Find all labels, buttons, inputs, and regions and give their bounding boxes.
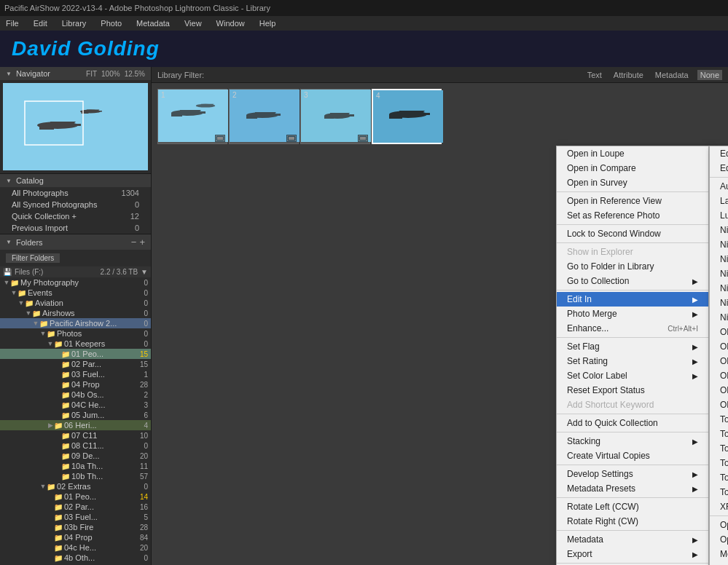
sub-luminar[interactable]: Luminar 4: [710, 208, 728, 223]
ctx-set-reference[interactable]: Set as Reference Photo: [557, 208, 708, 223]
tree-item-04prop[interactable]: 📁 04 Prop 28: [0, 379, 151, 390]
tree-item-04bos[interactable]: 📁 04b Os... 2: [0, 390, 151, 400]
ctx-enhance[interactable]: Enhance...Ctrl+Alt+I: [557, 321, 708, 336]
ctx-edit-in[interactable]: Edit In▶: [557, 292, 708, 307]
tree-item-myphotography[interactable]: ▼ 📁 My Photography 0: [0, 277, 151, 288]
tree-item-photos[interactable]: ▼ 📁 Photos 0: [0, 328, 151, 339]
tree-item-4both[interactable]: 📁 4b Oth... 0: [0, 553, 151, 563]
tree-item-07c11[interactable]: 📁 07 C11 10: [0, 430, 151, 440]
tree-item-08c11[interactable]: 📁 08 C11... 0: [0, 440, 151, 451]
filter-folders-btn[interactable]: Filter Folders: [0, 250, 151, 266]
menu-edit[interactable]: Edit: [31, 17, 50, 29]
catalog-header[interactable]: ▼ Catalog: [0, 174, 151, 187]
menu-view[interactable]: View: [181, 17, 205, 29]
sub-xrite[interactable]: XRite: [710, 499, 728, 514]
sub-nik-silver[interactable]: Nik 7 Silver Efex: [710, 296, 728, 310]
tree-item-04che2[interactable]: 📁 04c He... 20: [0, 542, 151, 553]
tree-item-extras-02par[interactable]: 📁 02 Par... 16: [0, 502, 151, 512]
tree-item-extras-04prop[interactable]: 📁 04 Prop 84: [0, 532, 151, 542]
tree-item-05jum[interactable]: 📁 05 Jum... 6: [0, 410, 151, 420]
sub-topaz-photo[interactable]: Topaz Photo AI: [710, 470, 728, 485]
folders-minus[interactable]: −: [131, 237, 137, 248]
ctx-set-color[interactable]: Set Color Label▶: [557, 368, 708, 383]
sub-nik-viveza[interactable]: Nik 7 Viveza: [710, 310, 728, 325]
menu-metadata[interactable]: Metadata: [133, 17, 173, 29]
ctx-rotate-left[interactable]: Rotate Left (CCW): [557, 499, 708, 514]
sub-landscape[interactable]: LandscapePro: [710, 194, 728, 208]
ctx-open-survey[interactable]: Open in Survey: [557, 175, 708, 190]
sub-panorama[interactable]: Merge to Panorama in Photoshop...: [710, 547, 728, 561]
ctx-set-flag[interactable]: Set Flag▶: [557, 339, 708, 354]
ctx-develop-settings[interactable]: Develop Settings▶: [557, 467, 708, 481]
sub-nik-presharp[interactable]: Nik 7 Presharpener: [710, 266, 728, 281]
tree-item-10bth[interactable]: 📁 10b Th... 57: [0, 471, 151, 481]
menu-library[interactable]: Library: [59, 17, 90, 29]
catalog-all-photos[interactable]: All Photographs 1304: [0, 187, 151, 199]
sub-nik-dfine[interactable]: Nik 7 Dfine: [710, 252, 728, 266]
ctx-metadata[interactable]: Metadata▶: [557, 532, 708, 547]
ctx-export[interactable]: Export▶: [557, 547, 708, 561]
filter-attribute[interactable]: Attribute: [611, 70, 646, 80]
ctx-go-folder[interactable]: Go to Folder in Library: [557, 259, 708, 274]
filter-btn-label[interactable]: Filter Folders: [6, 253, 60, 263]
sub-on1-resize[interactable]: ON1 Resize AI 2024: [710, 383, 728, 398]
tree-item-01keepers[interactable]: ▼ 📁 01 Keepers 0: [0, 339, 151, 349]
ctx-virtual-copies[interactable]: Create Virtual Copies: [557, 449, 708, 463]
ctx-open-reference[interactable]: Open in Reference View: [557, 194, 708, 208]
tree-item-03fuel[interactable]: 📁 03 Fuel... 1: [0, 369, 151, 379]
ctx-metadata-presets[interactable]: Metadata Presets▶: [557, 481, 708, 496]
tree-item-04che[interactable]: 📁 04C He... 3: [0, 400, 151, 410]
sub-on1-portrait[interactable]: ON1 Portrait AI 2024: [710, 368, 728, 383]
sub-on1-sky[interactable]: ON1 Sky Swap AI 2024: [710, 398, 728, 412]
filter-none[interactable]: None: [697, 70, 722, 80]
tree-item-09de[interactable]: 📁 09 De... 20: [0, 451, 151, 461]
sub-topaz-sharpen[interactable]: Topaz Sharpen AI: [710, 485, 728, 499]
sub-topaz-mask[interactable]: TopazMaskAI: [710, 456, 728, 470]
menu-help[interactable]: Help: [257, 17, 279, 29]
filter-text[interactable]: Text: [584, 70, 605, 80]
tree-item-03bfire[interactable]: 📁 03b Fire 28: [0, 522, 151, 532]
nav-zoom[interactable]: 12.5%: [125, 70, 145, 78]
folders-header[interactable]: ▼ Folders − +: [0, 234, 151, 250]
tree-item-pacific-airshow[interactable]: ▼ 📁 Pacific Airshow 2... 0: [0, 318, 151, 328]
menu-window[interactable]: Window: [214, 17, 248, 29]
ctx-set-rating[interactable]: Set Rating▶: [557, 354, 708, 368]
sub-aurora[interactable]: Aurora HDR: [710, 179, 728, 194]
thumbnail-3[interactable]: 3: [300, 89, 370, 144]
catalog-synced[interactable]: All Synced Photographs 0: [0, 199, 151, 210]
menu-file[interactable]: File: [3, 17, 22, 29]
ctx-open-compare[interactable]: Open in Compare: [557, 161, 708, 175]
ctx-lock-second[interactable]: Lock to Second Window: [557, 226, 708, 241]
ctx-open-loupe[interactable]: Open in Loupe: [557, 146, 708, 161]
nav-fit[interactable]: FIT: [86, 70, 97, 78]
navigator-header[interactable]: ▼ Navigator FIT 100% 12.5%: [0, 67, 151, 80]
ctx-stacking[interactable]: Stacking▶: [557, 434, 708, 449]
tree-item-02par[interactable]: 📁 02 Par... 15: [0, 359, 151, 369]
ctx-go-collection[interactable]: Go to Collection▶: [557, 274, 708, 288]
sub-smart-layers[interactable]: Open as Smart Object Layers in Photoshop…: [710, 532, 728, 547]
thumbnail-1[interactable]: 1: [157, 89, 227, 144]
sub-hdr-pro[interactable]: Merge to HDR Pro in Photoshop...: [710, 561, 728, 565]
thumbnail-4[interactable]: 4: [372, 89, 442, 144]
ctx-photo-merge[interactable]: Photo Merge▶: [557, 307, 708, 321]
ctx-rotate-right[interactable]: Rotate Right (CW): [557, 514, 708, 529]
tree-item-extras-01peo[interactable]: 📁 01 Peo... 14: [0, 491, 151, 502]
filter-metadata[interactable]: Metadata: [652, 70, 692, 80]
sub-nik-analog[interactable]: Nik 7 Analog Efex: [710, 223, 728, 237]
tree-item-aviation[interactable]: ▼ 📁 Aviation 0: [0, 298, 151, 308]
ctx-reset-export[interactable]: Reset Export Status: [557, 383, 708, 398]
tree-item-airshows[interactable]: ▼ 📁 Airshows 0: [0, 308, 151, 318]
sub-nik-sharp-out[interactable]: Nik 7 Sharpener Output: [710, 281, 728, 296]
sub-topaz-adjust[interactable]: Topaz Adjust AI: [710, 412, 728, 427]
tree-item-10ath[interactable]: 📁 10a Th... 11: [0, 461, 151, 471]
tree-item-events[interactable]: ▼ 📁 Events 0: [0, 288, 151, 298]
sub-topaz-denoise[interactable]: Topaz DeNoise AI: [710, 427, 728, 441]
catalog-quick[interactable]: Quick Collection + 12: [0, 210, 151, 222]
tree-item-extras-03fuel[interactable]: 📁 03 Fuel... 5: [0, 512, 151, 522]
sub-on1-effects[interactable]: ON1 Effects 2024: [710, 339, 728, 354]
sub-on1-keyword[interactable]: ON1 Keyword: [710, 354, 728, 368]
catalog-prev-import[interactable]: Previous Import 0: [0, 222, 151, 234]
nav-100[interactable]: 100%: [101, 70, 120, 78]
sub-on1-develop[interactable]: ON1 Develop 2024: [710, 325, 728, 339]
ctx-add-quick[interactable]: Add to Quick Collection: [557, 416, 708, 430]
